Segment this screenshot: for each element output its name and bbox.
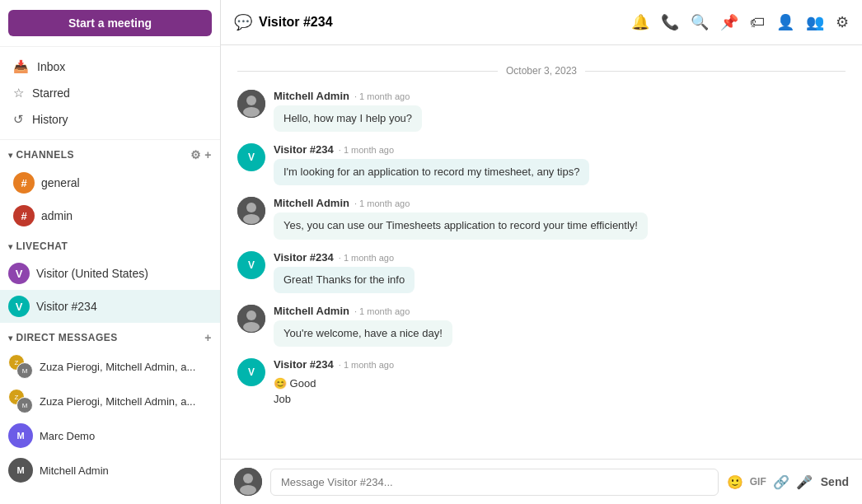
svg-point-7 [246, 310, 256, 320]
message-group-5: Mitchell Admin · 1 month ago You're welc… [237, 305, 846, 347]
start-meeting-button[interactable]: Start a meeting [8, 10, 212, 36]
star-icon: ☆ [13, 86, 24, 100]
svg-point-11 [240, 485, 256, 495]
inbox-label: Inbox [37, 60, 65, 73]
sidebar-nav: 📥 Inbox ☆ Starred ↺ History [0, 47, 220, 140]
input-actions: 🙂 GIF 🔗 🎤 [727, 474, 813, 490]
dm-item-marc[interactable]: M Marc Demo [0, 418, 220, 453]
members-icon[interactable]: 👥 [806, 13, 824, 31]
dm-item-mitchell[interactable]: M Mitchell Admin [0, 453, 220, 488]
emoji-icon[interactable]: 🙂 [727, 474, 743, 490]
channels-add-icon[interactable]: + [204, 148, 212, 161]
phone-icon[interactable]: 📞 [661, 13, 679, 31]
send-button[interactable]: Send [821, 475, 849, 488]
channel-general-label: general [41, 176, 80, 189]
msg2-meta: Visitor #234 · 1 month ago [274, 143, 846, 156]
sidebar-item-history[interactable]: ↺ History [0, 106, 220, 133]
message-group-4: V Visitor #234 · 1 month ago Great! Than… [237, 251, 846, 293]
svg-point-1 [246, 96, 256, 105]
svg-point-8 [243, 322, 260, 332]
svg-point-5 [243, 214, 260, 224]
sidebar-item-starred[interactable]: ☆ Starred [0, 80, 220, 106]
chat-header: 💬 Visitor #234 🔔 📞 🔍 📌 🏷 👤 👥 ⚙ [221, 0, 862, 45]
gif-icon[interactable]: GIF [750, 476, 766, 488]
msg1-avatar [237, 90, 265, 118]
marc-avatar: M [8, 423, 33, 448]
msg2-author: Visitor #234 [274, 143, 334, 156]
channels-section: ▾ CHANNELS ⚙ + # general # admin [0, 140, 220, 232]
search-icon[interactable]: 🔍 [691, 13, 709, 31]
msg5-content: Mitchell Admin · 1 month ago You're welc… [274, 305, 846, 347]
notification-icon[interactable]: 🔔 [631, 13, 649, 31]
msg1-bubble: Hello, how may I help you? [274, 105, 422, 132]
channels-settings-icon[interactable]: ⚙ [190, 148, 201, 161]
msg4-bubble: Great! Thanks for the info [274, 267, 415, 293]
sidebar-top: Start a meeting [0, 0, 220, 47]
msg2-bubble: I'm looking for an application to record… [274, 159, 589, 185]
msg2-content: Visitor #234 · 1 month ago I'm looking f… [274, 143, 846, 185]
chat-header-right: 🔔 📞 🔍 📌 🏷 👤 👥 ⚙ [631, 13, 849, 31]
chat-input-area: 🙂 GIF 🔗 🎤 Send [221, 459, 862, 504]
dm-add-icon[interactable]: + [204, 331, 212, 344]
message-group-3: Mitchell Admin · 1 month ago Yes, you ca… [237, 197, 846, 239]
channels-label: CHANNELS [16, 149, 74, 161]
msg5-author: Mitchell Admin [274, 305, 349, 317]
chat-messages: October 3, 2023 Mitchell Admin · 1 month… [221, 45, 862, 459]
msg4-author: Visitor #234 [274, 251, 334, 264]
livechat-chevron: ▾ [8, 242, 12, 251]
message-group-1: Mitchell Admin · 1 month ago Hello, how … [237, 90, 846, 132]
livechat-section: ▾ LIVECHAT V Visitor (United States) V V… [0, 232, 220, 323]
dm-label: DIRECT MESSAGES [16, 332, 117, 343]
add-member-icon[interactable]: 👤 [776, 13, 794, 31]
msg6-author: Visitor #234 [274, 358, 334, 371]
chat-header-left: 💬 Visitor #234 [234, 13, 333, 31]
dm-item-2[interactable]: Z M Zuza Pierogi, Mitchell Admin, a... [0, 384, 220, 418]
mic-icon[interactable]: 🎤 [796, 474, 813, 490]
channels-header[interactable]: ▾ CHANNELS ⚙ + [0, 140, 220, 166]
starred-label: Starred [32, 86, 70, 100]
msg5-bubble: You're welcome, have a nice day! [274, 320, 452, 347]
date-divider: October 3, 2023 [237, 65, 846, 77]
livechat-label: LIVECHAT [16, 240, 68, 252]
channel-admin-label: admin [41, 209, 73, 222]
msg5-meta: Mitchell Admin · 1 month ago [274, 305, 846, 317]
msg1-author: Mitchell Admin [274, 90, 349, 102]
msg5-avatar [237, 305, 265, 333]
channel-admin[interactable]: # admin [0, 199, 220, 232]
visitor-us-label: Visitor (United States) [36, 267, 148, 280]
tag-icon[interactable]: 🏷 [750, 14, 765, 31]
channel-general[interactable]: # general [0, 166, 220, 199]
input-user-avatar [234, 468, 262, 496]
livechat-visitor-us[interactable]: V Visitor (United States) [0, 257, 220, 290]
channels-chevron: ▾ [8, 151, 12, 160]
sidebar-item-inbox[interactable]: 📥 Inbox [0, 54, 220, 80]
history-icon: ↺ [13, 112, 24, 127]
svg-point-10 [243, 474, 253, 483]
pin-icon[interactable]: 📌 [720, 13, 738, 31]
visitor-234-badge: V [8, 296, 30, 317]
sidebar: Start a meeting 📥 Inbox ☆ Starred ↺ Hist… [0, 0, 221, 504]
svg-point-4 [246, 203, 256, 212]
dm-section: ▾ DIRECT MESSAGES + Z M Zuza Pierogi, Mi… [0, 323, 220, 488]
dm-label-1: Zuza Pierogi, Mitchell Admin, a... [40, 361, 195, 373]
livechat-header[interactable]: ▾ LIVECHAT [0, 232, 220, 257]
chat-channel-icon: 💬 [234, 13, 252, 31]
main-chat: 💬 Visitor #234 🔔 📞 🔍 📌 🏷 👤 👥 ⚙ October 3… [221, 0, 862, 504]
visitor-234-label: Visitor #234 [36, 300, 97, 313]
msg1-time: · 1 month ago [354, 91, 410, 101]
attachment-icon[interactable]: 🔗 [773, 474, 789, 490]
dm-item-1[interactable]: Z M Zuza Pierogi, Mitchell Admin, a... [0, 349, 220, 384]
msg4-time: · 1 month ago [339, 253, 394, 263]
msg6-meta: Visitor #234 · 1 month ago [274, 358, 846, 371]
dm-avatar-multi-1: Z M [8, 354, 33, 379]
msg3-author: Mitchell Admin [274, 197, 349, 209]
msg6-content: Visitor #234 · 1 month ago 😊 GoodJob [274, 358, 846, 409]
dm-chevron: ▾ [8, 334, 12, 343]
settings-icon[interactable]: ⚙ [836, 13, 849, 31]
message-input[interactable] [270, 469, 719, 496]
msg4-avatar: V [237, 251, 265, 279]
msg6-time: · 1 month ago [339, 360, 394, 370]
dm-header[interactable]: ▾ DIRECT MESSAGES + [0, 323, 220, 349]
livechat-visitor-234[interactable]: V Visitor #234 [0, 290, 220, 323]
msg3-avatar [237, 197, 265, 225]
